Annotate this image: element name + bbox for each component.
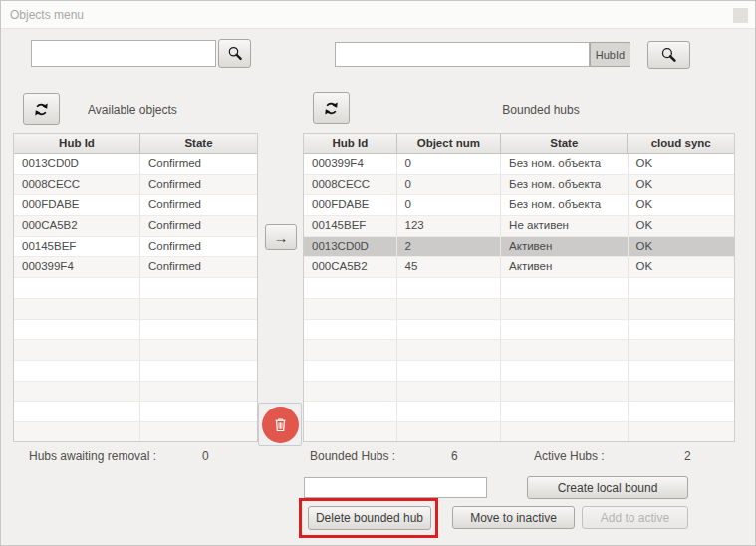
- table-row[interactable]: 000FDABE0Без ном. объектаOK: [304, 195, 734, 216]
- table-header: Hub IdObject numStatecloud sync: [304, 134, 734, 154]
- table-cell: Без ном. объекта: [501, 195, 628, 215]
- table-row[interactable]: 00145BEFConfirmed: [14, 237, 257, 258]
- available-objects-search-input[interactable]: [31, 40, 216, 67]
- create-local-bound-button[interactable]: Create local bound: [527, 476, 688, 499]
- table-cell: 000399F4: [14, 257, 140, 277]
- table-cell: Confirmed: [140, 216, 257, 236]
- table-cell: [501, 422, 628, 442]
- column-header[interactable]: State: [501, 134, 628, 153]
- move-to-inactive-button[interactable]: Move to inactive: [452, 506, 575, 529]
- table-cell: [501, 361, 628, 381]
- hubs-awaiting-removal-value: 0: [202, 449, 209, 463]
- delete-drop-area[interactable]: [258, 403, 302, 446]
- empty-row: [14, 340, 257, 361]
- table-cell: [304, 361, 397, 381]
- table-cell: [14, 299, 140, 319]
- hubid-label-button[interactable]: HubId: [590, 42, 630, 67]
- table-row[interactable]: 0013CD0D2АктивенOK: [304, 237, 734, 258]
- empty-row: [14, 422, 257, 442]
- table-cell: 0013CD0D: [14, 154, 140, 174]
- empty-row: [304, 361, 734, 382]
- table-cell: OK: [629, 257, 735, 277]
- empty-row: [304, 278, 734, 299]
- bounded-hubs-search-button[interactable]: [647, 41, 690, 69]
- table-cell: 000399F4: [304, 154, 397, 174]
- trash-icon: [272, 416, 289, 433]
- table-cell: [629, 299, 735, 319]
- table-cell: [140, 278, 257, 298]
- table-cell: 123: [397, 216, 502, 236]
- bounded-hubs-count-value: 6: [451, 449, 458, 463]
- table-cell: [14, 382, 140, 402]
- table-cell: [14, 422, 140, 442]
- bounded-hubs-table: Hub IdObject numStatecloud sync000399F40…: [303, 133, 735, 442]
- table-row[interactable]: 000CA5B2Confirmed: [14, 216, 257, 237]
- table-cell: 0008CECC: [14, 175, 140, 195]
- table-cell: [304, 320, 397, 340]
- delete-bounded-hub-button[interactable]: Delete bounded hub: [308, 506, 431, 530]
- table-cell: [397, 299, 502, 319]
- table-cell: 000CA5B2: [14, 216, 140, 236]
- active-hubs-count-label: Active Hubs :: [534, 449, 605, 463]
- table-cell: OK: [629, 154, 735, 174]
- table-row[interactable]: 0008CECCConfirmed: [14, 175, 257, 196]
- column-header[interactable]: Hub Id: [14, 134, 140, 153]
- table-cell: [501, 382, 628, 402]
- table-cell: [629, 361, 735, 381]
- table-cell: [501, 320, 628, 340]
- table-row[interactable]: 000CA5B245АктивенOK: [304, 257, 734, 278]
- empty-row: [304, 422, 734, 442]
- table-row[interactable]: 000399F40Без ном. объектаOK: [304, 154, 734, 175]
- table-cell: [140, 422, 257, 442]
- available-objects-table: Hub IdState0013CD0DConfirmed0008CECCConf…: [13, 133, 258, 442]
- empty-row: [14, 299, 257, 320]
- table-cell: [14, 320, 140, 340]
- table-cell: 00145BEF: [14, 237, 140, 257]
- objects-menu-window: Objects menu HubId: [0, 0, 756, 546]
- refresh-icon: [32, 100, 51, 119]
- table-row[interactable]: 000399F4Confirmed: [14, 257, 257, 278]
- table-cell: [629, 340, 735, 360]
- table-cell: [397, 402, 502, 421]
- table-cell: [501, 278, 628, 298]
- hubs-awaiting-removal-label: Hubs awaiting removal :: [29, 449, 156, 463]
- table-cell: [397, 361, 502, 381]
- empty-row: [304, 340, 734, 361]
- empty-row: [304, 402, 734, 422]
- table-cell: [629, 278, 735, 298]
- window-control-button[interactable]: [733, 8, 748, 23]
- table-cell: [304, 340, 397, 360]
- table-cell: Confirmed: [140, 257, 257, 277]
- empty-row: [14, 402, 257, 422]
- column-header[interactable]: State: [140, 134, 257, 153]
- table-cell: [140, 402, 257, 421]
- search-icon: [226, 45, 244, 63]
- refresh-bounded-button[interactable]: [313, 92, 350, 124]
- bound-name-input[interactable]: [304, 477, 487, 498]
- table-header: Hub IdState: [14, 134, 257, 154]
- table-cell: 45: [397, 257, 502, 277]
- hubid-search-input[interactable]: [335, 42, 590, 67]
- column-header[interactable]: Object num: [397, 134, 502, 153]
- table-cell: Активен: [501, 237, 628, 257]
- table-cell: [397, 320, 502, 340]
- table-row[interactable]: 000FDABEConfirmed: [14, 195, 257, 216]
- table-cell: OK: [629, 237, 735, 257]
- move-right-button[interactable]: →: [265, 224, 297, 250]
- table-cell: 0: [397, 154, 502, 174]
- bounded-hubs-count-label: Bounded Hubs :: [310, 449, 395, 463]
- table-row[interactable]: 0013CD0DConfirmed: [14, 154, 257, 175]
- bounded-hubs-label: Bounded hubs: [461, 103, 621, 117]
- trash-button[interactable]: [262, 407, 299, 443]
- table-cell: Без ном. объекта: [501, 175, 628, 195]
- table-row[interactable]: 00145BEF123Не активенOK: [304, 216, 734, 237]
- table-cell: [140, 382, 257, 402]
- table-row[interactable]: 0008CECC0Без ном. объектаOK: [304, 175, 734, 196]
- column-header[interactable]: cloud sync: [628, 134, 734, 153]
- table-cell: [397, 422, 502, 442]
- table-cell: OK: [629, 195, 735, 215]
- refresh-available-button[interactable]: [23, 93, 60, 125]
- column-header[interactable]: Hub Id: [304, 134, 397, 153]
- available-objects-search-button[interactable]: [218, 39, 251, 68]
- table-cell: Confirmed: [140, 154, 257, 174]
